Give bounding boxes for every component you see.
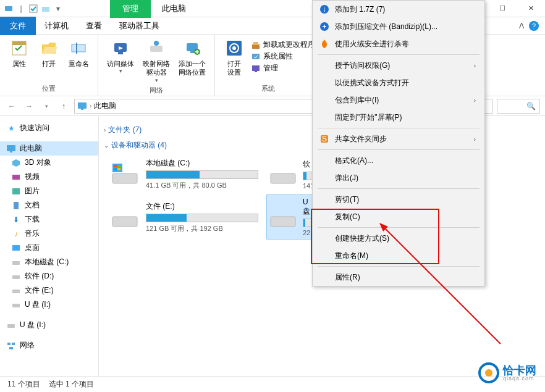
svg-rect-4 xyxy=(12,41,26,45)
svg-rect-8 xyxy=(118,52,123,54)
view-menu[interactable]: 查看 xyxy=(77,17,111,35)
sidebar-item-desktop[interactable]: 桌面 xyxy=(0,241,98,255)
ctx-grant-access[interactable]: 授予访问权限(G)› xyxy=(313,57,484,74)
manage-tab[interactable]: 管理 xyxy=(110,0,151,18)
search-icon: 🔍 xyxy=(526,102,536,111)
access-media-button[interactable]: 访问媒体▾ xyxy=(104,37,137,85)
sidebar-item-drive-e[interactable]: 文件 (E:) xyxy=(0,283,98,298)
ctx-pin-start[interactable]: 固定到"开始"屏幕(P) xyxy=(313,109,484,126)
svg-rect-34 xyxy=(12,304,20,307)
ctx-create-shortcut[interactable]: 创建快捷方式(S) xyxy=(313,230,484,247)
close-button[interactable]: ✕ xyxy=(517,0,545,17)
svg-rect-18 xyxy=(252,44,260,49)
up-button[interactable]: ↑ xyxy=(57,99,70,113)
svg-rect-35 xyxy=(7,324,15,328)
sidebar-item-quick-access[interactable]: ★快速访问 xyxy=(0,121,98,135)
breadcrumb[interactable]: 此电脑 xyxy=(94,101,116,111)
ctx-add-to-7z[interactable]: ↓添加到 1.7Z (7) xyxy=(313,1,484,18)
ctx-include-library[interactable]: 包含到库中(I)› xyxy=(313,91,484,109)
bandizip-icon xyxy=(319,21,330,32)
svg-text:S: S xyxy=(322,135,327,143)
sidebar-item-music[interactable]: ♪音乐 xyxy=(0,227,98,241)
file-menu[interactable]: 文件 xyxy=(0,17,36,35)
sidebar-item-drive-u2[interactable]: U 盘 (I:) xyxy=(0,318,98,332)
sidebar-item-videos[interactable]: 视频 xyxy=(0,170,98,184)
sidebar-item-downloads[interactable]: ⬇下载 xyxy=(0,212,98,227)
svg-rect-23 xyxy=(78,102,87,109)
sidebar-item-drive-u1[interactable]: U 盘 (I:) xyxy=(0,298,98,312)
svg-rect-10 xyxy=(150,46,163,52)
qat-dropdown-icon[interactable]: ▾ xyxy=(53,4,63,14)
ctx-folder-sync[interactable]: S共享文件夹同步› xyxy=(313,130,484,148)
separator xyxy=(318,128,480,128)
svg-rect-45 xyxy=(271,173,295,183)
drive-icon xyxy=(269,162,297,186)
separator xyxy=(318,227,480,228)
rename-button[interactable]: 重命名 xyxy=(65,37,91,83)
drive-u[interactable]: U 盘22. xyxy=(267,195,313,239)
computer-menu[interactable]: 计算机 xyxy=(36,17,77,35)
svg-rect-29 xyxy=(14,202,19,209)
help-icon[interactable]: ? xyxy=(529,21,539,31)
ribbon-collapse-icon[interactable]: ᐱ xyxy=(519,22,524,30)
svg-rect-22 xyxy=(255,71,257,72)
pc-icon xyxy=(77,101,87,111)
svg-rect-24 xyxy=(81,109,83,110)
ribbon-group-location: 属性 打开 重命名 位置 xyxy=(0,35,98,96)
add-network-location-button[interactable]: 添加一个 网络位置 xyxy=(176,37,208,85)
back-button[interactable]: ← xyxy=(5,99,19,113)
ribbon-group-label: 系统 xyxy=(221,83,315,96)
svg-rect-33 xyxy=(12,290,20,293)
sidebar-item-network[interactable]: 网络 xyxy=(0,338,98,352)
properties-button[interactable]: 属性 xyxy=(6,37,32,83)
sidebar-item-3d-objects[interactable]: 3D 对象 xyxy=(0,156,98,170)
search-box[interactable]: 🔍 xyxy=(497,99,540,114)
recent-dropdown[interactable]: ▾ xyxy=(40,99,53,113)
open-button[interactable]: 打开 xyxy=(36,37,62,83)
drive-icon xyxy=(110,205,140,230)
desktop-icon xyxy=(11,243,21,253)
ctx-add-to-bandizip[interactable]: 添加到压缩文件 (Bandizip)(L)... xyxy=(313,18,484,35)
manage-button[interactable]: 管理 xyxy=(251,63,315,73)
qat-folder-icon[interactable] xyxy=(41,4,51,14)
ctx-eject[interactable]: 弹出(J) xyxy=(313,169,484,186)
chevron-right-icon: › xyxy=(104,127,106,133)
svg-rect-13 xyxy=(190,51,194,53)
ctx-properties[interactable]: 属性(R) xyxy=(313,269,484,286)
drive-e[interactable]: 文件 (E:)121 GB 可用，共 192 GB xyxy=(108,195,261,239)
sidebar-item-documents[interactable]: 文档 xyxy=(0,198,98,212)
svg-rect-43 xyxy=(114,168,117,170)
ribbon-group-label: 位置 xyxy=(6,83,91,96)
forward-button[interactable]: → xyxy=(22,99,36,113)
sidebar-item-drive-d[interactable]: 软件 (D:) xyxy=(0,269,98,283)
ctx-format[interactable]: 格式化(A)... xyxy=(313,152,484,169)
breadcrumb-chevron[interactable]: › xyxy=(90,102,91,109)
maximize-button[interactable]: ☐ xyxy=(488,0,517,17)
window-title: 此电脑 xyxy=(151,0,197,18)
drive-tools-menu[interactable]: 驱动器工具 xyxy=(111,17,168,35)
sidebar-item-drive-c[interactable]: 本地磁盘 (C:) xyxy=(0,255,98,269)
sidebar-item-this-pc[interactable]: 此电脑 xyxy=(0,141,98,156)
download-icon: ⬇ xyxy=(11,215,21,225)
item-count: 11 个项目 xyxy=(7,379,40,390)
svg-rect-27 xyxy=(12,175,20,180)
sidebar-item-pictures[interactable]: 图片 xyxy=(0,184,98,198)
qat-checkbox-icon[interactable] xyxy=(28,4,38,14)
usb-drive-icon xyxy=(269,205,297,230)
open-settings-button[interactable]: 打开 设置 xyxy=(221,37,247,83)
ctx-rename[interactable]: 重命名(M) xyxy=(313,247,484,264)
svg-rect-39 xyxy=(112,173,137,183)
chevron-right-icon: › xyxy=(474,97,476,104)
ctx-huorong-scan[interactable]: 使用火绒安全进行杀毒 xyxy=(313,35,484,52)
usb-drive-icon xyxy=(11,300,21,310)
uninstall-button[interactable]: 卸载或更改程序 xyxy=(251,40,315,50)
ctx-copy[interactable]: 复制(C) xyxy=(313,208,484,225)
ctx-portable-device[interactable]: 以便携式设备方式打开 xyxy=(313,74,484,91)
app-icon xyxy=(4,4,14,14)
map-drive-button[interactable]: 映射网络 驱动器▾ xyxy=(140,37,172,85)
drive-d[interactable]: 软141 xyxy=(267,156,313,193)
ctx-cut[interactable]: 剪切(T) xyxy=(313,191,484,208)
drive-c[interactable]: 本地磁盘 (C:)41.1 GB 可用，共 80.0 GB xyxy=(108,156,261,193)
music-icon: ♪ xyxy=(11,229,21,239)
system-properties-button[interactable]: 系统属性 xyxy=(251,51,315,62)
